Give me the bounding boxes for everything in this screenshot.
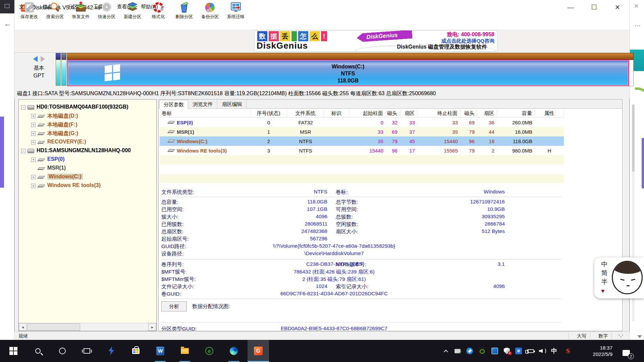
tree-item-esp[interactable]: + ESP(0) [19, 155, 156, 164]
col-end-cylinder[interactable]: 终止柱面 [418, 109, 461, 118]
tree-item-hd0[interactable]: − HD0:TOSHIBAMQ04ABF100(932GB) [19, 103, 156, 112]
ime-skin-widget[interactable]: 中 简 半 ♥ [594, 257, 644, 298]
ad-banner[interactable]: 数 据 丢 怎 么 ! DiskGenius DiskGenius 致电: 40… [254, 30, 497, 52]
col-attributes[interactable]: 属性 [535, 109, 564, 118]
taskbar-clock[interactable]: 18:37 2022/5/9 [582, 345, 612, 357]
tree-item-hd1[interactable]: − HD1:SAMSUNGMZNLN128HAHQ-000 [19, 146, 156, 155]
system-migration-button[interactable]: 系统迁移 [223, 1, 248, 22]
speaker-icon [539, 348, 546, 354]
expand-icon[interactable]: + [31, 175, 36, 179]
expand-icon[interactable]: + [31, 123, 36, 127]
expand-icon[interactable]: + [31, 131, 36, 136]
next-disk-arrow-icon[interactable] [41, 56, 45, 62]
col-flag[interactable]: 标识 [324, 109, 349, 118]
tree-item-local-g[interactable]: + 本地磁盘(G:) [19, 129, 156, 138]
delete-partition-icon [178, 1, 190, 13]
delete-partition-button[interactable]: 删除分区 [172, 1, 197, 22]
col-volume-label[interactable]: 卷标 [160, 109, 250, 118]
tree-item-windows-c[interactable]: + Windows(C:) [19, 173, 156, 181]
start-button[interactable] [3, 340, 24, 362]
cortana-button[interactable] [52, 340, 73, 362]
collapse-icon[interactable]: − [21, 149, 25, 153]
tray-power[interactable] [526, 346, 536, 356]
close-button[interactable]: ✕ [610, 0, 625, 15]
search-partition-button[interactable]: 搜索分区 [43, 1, 67, 22]
col-end-head[interactable]: 磁头 [461, 109, 477, 118]
table-row-windows-re[interactable]: Windows RE tools(3) 3 NTFS 15440 96 17 1… [160, 146, 564, 155]
tray-messenger[interactable] [465, 346, 475, 356]
tree-item-msr[interactable]: MSR(1) [19, 164, 156, 173]
tree-item-local-f[interactable]: + 本地磁盘(F:) [19, 120, 156, 129]
analyze-button[interactable]: 分析 [161, 301, 187, 311]
col-end-sector[interactable]: 扇区 [477, 109, 497, 118]
taskbar-app-browser[interactable]: e [199, 340, 220, 362]
partition-icon [37, 176, 45, 179]
resize-grip[interactable] [618, 334, 623, 339]
disk-icon [28, 105, 34, 110]
taskbar-search-button[interactable] [27, 340, 49, 362]
save-changes-button[interactable]: 保存更改 [17, 1, 42, 22]
tray-nvidia[interactable] [477, 346, 487, 356]
detail-row: GUID路径:\\?\Volume{fcf0fc5b-5207-47ce-a60… [159, 243, 561, 250]
tree-item-recovery-e[interactable]: + RECOVERY(E:) [19, 138, 156, 146]
tray-intel-graphics[interactable] [490, 346, 500, 356]
msr-partition-strip[interactable] [61, 60, 66, 86]
format-button[interactable]: 格式化 [146, 1, 171, 22]
tree-item-windows-re[interactable]: + Windows RE tools(3) [19, 181, 156, 190]
taskbar: W e G ✕ ❄ 中 S 18:37 2022/5/9 2 [0, 340, 644, 362]
taskbar-app-diskgenius-active[interactable]: G [248, 340, 269, 362]
task-view-button[interactable] [76, 340, 98, 362]
collapse-icon[interactable]: − [21, 105, 25, 110]
maximize-button[interactable]: ☐ [586, 0, 602, 15]
backup-partition-button[interactable]: 备份分区 [198, 1, 222, 22]
disk-info-bar: 磁盘1 接口:SATA 型号:SAMSUNGMZNLN128HAHQ-000H1… [14, 88, 630, 99]
taskbar-app-word[interactable]: W [150, 340, 171, 362]
col-start-head[interactable]: 磁头 [386, 109, 400, 118]
scroll-left-arrow[interactable]: ◂ [19, 323, 27, 331]
banner-tagline: DiskGenius 磁盘管理及数据恢复软件 [397, 44, 487, 51]
tab-sector-edit[interactable]: 扇区编辑 [218, 100, 247, 109]
tab-partition-params[interactable]: 分区参数 [159, 100, 188, 109]
col-index-status[interactable]: 序号(状态) [250, 109, 287, 118]
tray-chevron-button[interactable] [441, 346, 451, 356]
windows-c-partition-block[interactable]: Windows(C:) NTFS 118.0GB [67, 60, 629, 86]
tab-browse-files[interactable]: 浏览文件 [189, 100, 217, 109]
tray-printer[interactable] [452, 346, 463, 356]
tree-item-label: RECOVERY(E:) [47, 139, 86, 145]
tray-ime-indicator[interactable]: 中 [549, 346, 559, 356]
prev-disk-arrow-icon[interactable] [33, 56, 38, 62]
table-row-msr[interactable]: MSR(1) 1 MSR 33 69 37 35 79 44 16.0MB [160, 127, 564, 136]
recovery-partition-block[interactable] [629, 60, 634, 86]
col-filesystem[interactable]: 文件系统 [287, 109, 324, 118]
minimize-button[interactable]: — [563, 0, 578, 15]
taskbar-app-edge[interactable] [223, 340, 245, 362]
tray-volume[interactable] [538, 346, 548, 356]
new-partition-button[interactable]: 新建分区 [120, 1, 145, 22]
expand-icon[interactable]: + [31, 184, 36, 188]
col-start-cylinder[interactable]: 起始柱面 [349, 109, 386, 118]
tree-horizontal-scrollbar[interactable]: ◂ ▸ [19, 323, 156, 331]
ime-char: 中 [600, 260, 608, 269]
tree-item-label: MSR(1) [47, 165, 66, 171]
tray-defender[interactable]: ✕ [502, 346, 512, 356]
quick-partition-button[interactable]: 快速分区 [94, 1, 119, 22]
table-row-windows-c-selected[interactable]: Windows(C:) 2 NTFS 35 79 45 15440 96 16 … [160, 136, 564, 146]
recover-files-button[interactable]: 恢复文件 [68, 1, 93, 22]
taskbar-app-flash[interactable] [101, 340, 122, 362]
col-start-sector[interactable]: 扇区 [400, 109, 418, 118]
scroll-right-arrow[interactable]: ▸ [148, 323, 156, 331]
scrollbar-thumb[interactable] [27, 323, 80, 330]
expand-icon[interactable]: + [31, 114, 36, 118]
expand-icon[interactable]: + [31, 140, 36, 144]
tray-sogou[interactable]: S [563, 346, 573, 356]
taskbar-app-store[interactable] [125, 340, 147, 362]
tray-snowflake-app[interactable]: ❄ [514, 346, 524, 356]
table-row-esp[interactable]: ESP(0) 0 FAT32 0 32 33 33 69 36 260.0MB [160, 118, 564, 127]
col-capacity[interactable]: 容量 [497, 109, 535, 118]
search-partition-icon [49, 1, 61, 13]
esp-partition-strip[interactable] [56, 60, 61, 86]
tree-item-local-d[interactable]: + 本地磁盘(D:) [19, 112, 156, 120]
taskbar-app-explorer[interactable] [174, 340, 196, 362]
background-close-icon: ✕ [634, 3, 639, 10]
expand-icon[interactable]: + [31, 158, 36, 162]
